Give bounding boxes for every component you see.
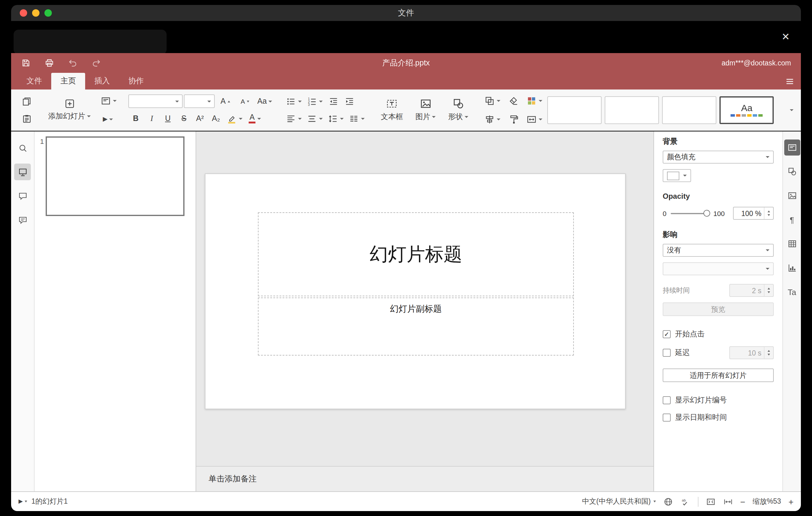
textart-settings-button[interactable]: Ta bbox=[784, 284, 800, 300]
spellcheck-button[interactable] bbox=[680, 496, 690, 507]
caret-down-icon bbox=[175, 100, 179, 102]
menu-button[interactable] bbox=[785, 76, 795, 86]
decrease-font-button[interactable]: A bbox=[236, 94, 254, 109]
add-slide-button[interactable]: 添加幻灯片 bbox=[44, 96, 95, 123]
delay-checkbox[interactable]: 延迟 bbox=[663, 347, 690, 358]
columns-button[interactable] bbox=[347, 111, 367, 126]
opacity-slider[interactable] bbox=[671, 212, 709, 214]
subtitle-placeholder[interactable]: 幻灯片副标题 bbox=[258, 297, 574, 355]
highlight-color-button[interactable] bbox=[225, 111, 244, 126]
statusbar-right: 中文(中华人民共和国) − 缩放%53 + bbox=[582, 496, 793, 507]
paste-button[interactable] bbox=[19, 111, 34, 126]
vertical-align-button[interactable] bbox=[305, 111, 325, 126]
undo-button[interactable] bbox=[68, 58, 78, 68]
theme-tile-selected[interactable]: Aa bbox=[720, 96, 774, 124]
background-fill-select[interactable]: 颜色填充 bbox=[663, 151, 774, 164]
language-selector[interactable]: 中文(中华人民共和国) bbox=[582, 497, 656, 506]
save-button[interactable] bbox=[21, 58, 31, 68]
copy-button[interactable] bbox=[19, 94, 34, 109]
zoom-traffic-light[interactable] bbox=[45, 9, 52, 17]
zoom-out-button[interactable]: − bbox=[740, 496, 745, 507]
theme-tile[interactable] bbox=[662, 96, 717, 124]
chart-settings-button[interactable] bbox=[784, 260, 800, 276]
background-color-select[interactable] bbox=[663, 169, 691, 182]
opacity-spinner[interactable]: 100 % bbox=[733, 207, 774, 220]
slide-size-button[interactable] bbox=[525, 112, 545, 126]
font-color-button[interactable]: A bbox=[245, 111, 264, 126]
strikethrough-button[interactable]: S bbox=[176, 111, 191, 126]
tab-home[interactable]: 主页 bbox=[51, 73, 85, 89]
change-layout-button[interactable] bbox=[99, 93, 118, 108]
color-scheme-button[interactable] bbox=[525, 93, 545, 108]
theme-color-swatch bbox=[742, 114, 746, 117]
opacity-slider-knob[interactable] bbox=[703, 209, 710, 216]
title-placeholder[interactable]: 幻灯片标题 bbox=[258, 212, 574, 296]
paragraph-settings-button[interactable]: ¶ bbox=[784, 212, 800, 228]
slide-subgroup: ▶ bbox=[99, 93, 118, 126]
caret-down-icon bbox=[361, 118, 365, 119]
align-shape-button[interactable] bbox=[483, 112, 502, 126]
image-settings-button[interactable] bbox=[784, 188, 800, 204]
arrange-shape-button[interactable] bbox=[483, 93, 502, 108]
tab-insert[interactable]: 插入 bbox=[85, 73, 119, 89]
change-case-button[interactable]: Aa bbox=[256, 94, 274, 109]
search-button[interactable] bbox=[14, 140, 31, 156]
preview-slideshow-button[interactable]: ▶ bbox=[99, 112, 117, 126]
font-name-select[interactable] bbox=[128, 94, 183, 108]
chat-button[interactable] bbox=[14, 212, 31, 228]
show-slide-number-checkbox[interactable]: 显示幻灯片编号 bbox=[663, 395, 774, 405]
clear-style-button[interactable] bbox=[506, 93, 521, 108]
line-spacing-button[interactable] bbox=[326, 111, 346, 126]
numbering-button[interactable] bbox=[305, 94, 325, 109]
fit-slide-button[interactable] bbox=[705, 496, 716, 507]
expand-gallery-button[interactable] bbox=[785, 96, 799, 123]
spinner-arrows[interactable] bbox=[764, 207, 773, 219]
horizontal-align-button[interactable] bbox=[284, 111, 304, 126]
close-traffic-light[interactable] bbox=[20, 9, 27, 17]
slide-group: 添加幻灯片 ▶ bbox=[41, 93, 121, 126]
copy-style-button[interactable] bbox=[506, 112, 521, 126]
slides-panel-button[interactable] bbox=[14, 164, 31, 180]
shape-settings-button[interactable] bbox=[784, 164, 800, 180]
subscript-button[interactable]: A₂ bbox=[208, 111, 223, 126]
insert-shape-button[interactable]: 形状 bbox=[444, 96, 473, 124]
redo-button[interactable] bbox=[91, 58, 101, 68]
slide-settings-button[interactable] bbox=[784, 140, 800, 155]
fit-width-button[interactable] bbox=[723, 496, 733, 507]
comments-button[interactable] bbox=[14, 188, 31, 204]
editor-header: 产品介绍.pptx adm***@dootask.com 文件 主页 插入 协作 bbox=[11, 53, 801, 89]
theme-tile[interactable] bbox=[605, 96, 659, 124]
bullets-button[interactable] bbox=[284, 94, 304, 109]
header-tabs-row: 文件 主页 插入 协作 bbox=[11, 73, 801, 89]
document-language-button[interactable] bbox=[663, 496, 673, 507]
increase-font-button[interactable]: A bbox=[216, 94, 234, 109]
insert-textbox-button[interactable]: 文本框 bbox=[377, 96, 408, 124]
decrease-indent-button[interactable] bbox=[326, 94, 341, 109]
italic-button[interactable]: I bbox=[144, 111, 159, 126]
underline-button[interactable]: U bbox=[161, 111, 175, 126]
theme-tile[interactable] bbox=[548, 96, 602, 124]
start-slideshow-status-button[interactable]: ▶ bbox=[19, 499, 27, 504]
slide-canvas[interactable]: 幻灯片标题 幻灯片副标题 bbox=[205, 173, 626, 409]
show-date-time-checkbox[interactable]: 显示日期和时间 bbox=[663, 412, 774, 423]
bold-button[interactable]: B bbox=[128, 111, 143, 126]
notes-area[interactable]: 单击添加备注 bbox=[196, 466, 654, 491]
spinner-down-icon bbox=[767, 214, 770, 216]
print-button[interactable] bbox=[45, 58, 54, 68]
slide-thumbnail[interactable] bbox=[46, 136, 184, 216]
tab-file[interactable]: 文件 bbox=[17, 73, 51, 89]
zoom-in-button[interactable]: + bbox=[788, 496, 793, 507]
insert-image-button[interactable]: 图片 bbox=[411, 96, 440, 124]
increase-indent-button[interactable] bbox=[342, 94, 357, 109]
close-icon[interactable]: ✕ bbox=[781, 32, 790, 42]
title-placeholder-text: 幻灯片标题 bbox=[370, 242, 462, 267]
minimize-traffic-light[interactable] bbox=[32, 9, 39, 17]
font-size-select[interactable] bbox=[184, 94, 215, 108]
superscript-button[interactable]: A² bbox=[193, 111, 207, 126]
effect-select[interactable]: 没有 bbox=[663, 244, 774, 257]
apply-all-button[interactable]: 适用于所有幻灯片 bbox=[663, 369, 774, 382]
start-on-click-checkbox[interactable]: ✓ 开始点击 bbox=[663, 329, 774, 340]
theme-color-swatch bbox=[748, 114, 752, 117]
table-settings-button[interactable] bbox=[784, 236, 800, 252]
tab-collaboration[interactable]: 协作 bbox=[119, 73, 153, 89]
